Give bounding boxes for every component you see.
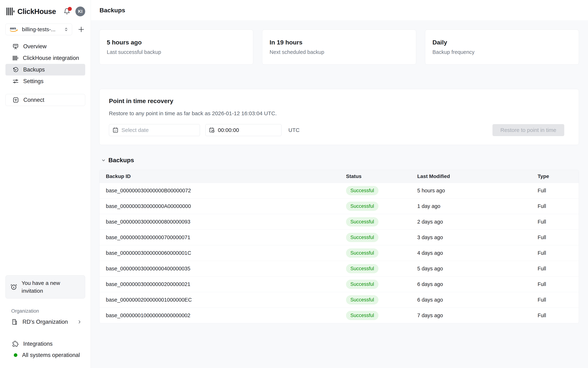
table-body: base_000000030000000B00000072 Successful… bbox=[99, 183, 579, 323]
puzzle-icon bbox=[12, 341, 18, 347]
last-modified-cell: 6 days ago bbox=[417, 297, 538, 303]
status-badge: Successful bbox=[346, 186, 378, 195]
sidebar-item-label: Settings bbox=[23, 78, 44, 84]
pitr-controls: Select date 00:00:00 bbox=[109, 124, 569, 136]
stat-value: In 19 hours bbox=[270, 39, 409, 46]
table-row[interactable]: base_000000030000000700000071 Successful… bbox=[99, 230, 579, 245]
backup-id-cell: base_000000030000000B00000072 bbox=[99, 188, 346, 194]
sidebar-item-label: ClickHouse integration bbox=[23, 55, 79, 61]
column-header-status: Status bbox=[346, 174, 417, 179]
backup-id-cell: base_0000000200000001000000EC bbox=[99, 297, 346, 303]
status-badge: Successful bbox=[346, 248, 378, 258]
stat-card-last-backup: 5 hours ago Last successful backup bbox=[99, 30, 253, 64]
topbar: Backups bbox=[91, 0, 588, 20]
chevron-up-down-icon bbox=[64, 27, 69, 32]
connect-icon bbox=[12, 97, 19, 103]
overview-icon bbox=[12, 43, 19, 50]
table-row[interactable]: base_00000003000000060000001C Successful… bbox=[99, 245, 579, 261]
stat-value: 5 hours ago bbox=[107, 39, 246, 46]
last-modified-cell: 2 days ago bbox=[417, 219, 538, 225]
date-input[interactable]: Select date bbox=[109, 124, 200, 136]
type-cell: Full bbox=[538, 219, 579, 225]
stat-label: Next scheduled backup bbox=[270, 49, 409, 55]
backup-id-cell: base_000000030000000800000093 bbox=[99, 219, 346, 225]
pitr-card: Point in time recovery Restore to any po… bbox=[99, 89, 579, 145]
status-dot-icon bbox=[14, 353, 18, 357]
aws-icon: aws bbox=[9, 26, 19, 33]
table-row[interactable]: base_000000030000000200000021 Successful… bbox=[99, 276, 579, 292]
invitation-line2: invitation bbox=[22, 288, 43, 294]
restore-button[interactable]: Restore to point in time bbox=[492, 124, 564, 136]
clickhouse-logo-icon bbox=[6, 7, 15, 16]
page-title: Backups bbox=[99, 7, 125, 14]
connect-button[interactable]: Connect bbox=[5, 94, 85, 106]
type-cell: Full bbox=[538, 297, 579, 303]
backup-id-cell: base_000000030000000200000021 bbox=[99, 281, 346, 287]
sidebar-nav: Overview ClickHouse integration bbox=[0, 41, 91, 87]
connect-label: Connect bbox=[23, 97, 44, 103]
last-modified-cell: 7 days ago bbox=[417, 313, 538, 318]
type-cell: Full bbox=[538, 266, 579, 272]
table-row[interactable]: base_000000030000000B00000072 Successful… bbox=[99, 183, 579, 198]
status-label: All systems operational bbox=[22, 352, 80, 358]
collapse-backups-button[interactable] bbox=[101, 158, 106, 163]
status-badge: Successful bbox=[346, 264, 378, 273]
svg-text:aws: aws bbox=[10, 27, 16, 30]
table-row[interactable]: base_000000030000000400000035 Successful… bbox=[99, 261, 579, 276]
add-service-button[interactable] bbox=[77, 25, 85, 33]
status-badge: Successful bbox=[346, 217, 378, 226]
table-row[interactable]: base_0000000200000001000000EC Successful… bbox=[99, 292, 579, 308]
brand-name: ClickHouse bbox=[18, 8, 56, 16]
timezone-label: UTC bbox=[288, 127, 300, 133]
calendar-icon bbox=[112, 127, 119, 133]
sidebar-bottom: Integrations All systems operational bbox=[0, 338, 91, 361]
invitation-card[interactable]: z You have a new invitation bbox=[5, 275, 85, 298]
sidebar-item-integrations[interactable]: Integrations bbox=[0, 338, 91, 350]
system-status[interactable]: All systems operational bbox=[0, 350, 91, 361]
pitr-description: Restore to any point in time as far back… bbox=[109, 110, 569, 117]
user-avatar[interactable]: KI bbox=[75, 7, 85, 16]
date-input-placeholder: Select date bbox=[122, 127, 149, 133]
last-modified-cell: 5 hours ago bbox=[417, 188, 538, 194]
service-row: aws billing-tests-... bbox=[5, 24, 85, 35]
sidebar-item-backups[interactable]: Backups bbox=[5, 64, 85, 75]
last-modified-cell: 6 days ago bbox=[417, 281, 538, 287]
type-cell: Full bbox=[538, 203, 579, 209]
backup-id-cell: base_000000010000000000000002 bbox=[99, 313, 346, 318]
last-modified-cell: 1 day ago bbox=[417, 203, 538, 209]
service-selector[interactable]: aws billing-tests-... bbox=[5, 24, 72, 35]
main-area: Backups 5 hours ago Last successful back… bbox=[91, 0, 588, 368]
time-input[interactable]: 00:00:00 bbox=[205, 124, 281, 136]
table-row[interactable]: base_000000030000000800000093 Successful… bbox=[99, 214, 579, 230]
sidebar-item-settings[interactable]: Settings bbox=[5, 75, 85, 87]
organization-selector[interactable]: RD's Organization bbox=[5, 316, 85, 328]
invitation-text: You have a new invitation bbox=[22, 279, 60, 295]
content: 5 hours ago Last successful backup In 19… bbox=[91, 20, 588, 368]
sidebar-item-overview[interactable]: Overview bbox=[5, 41, 85, 52]
backup-id-cell: base_000000030000000700000071 bbox=[99, 234, 346, 240]
table-row[interactable]: base_000000010000000000000002 Successful… bbox=[99, 308, 579, 323]
notification-badge-dot bbox=[68, 7, 72, 11]
pitr-title: Point in time recovery bbox=[109, 97, 569, 104]
backups-section-title: Backups bbox=[108, 156, 134, 164]
status-badge: Successful bbox=[346, 295, 378, 304]
notifications-button[interactable] bbox=[63, 7, 71, 16]
status-badge: Successful bbox=[346, 280, 378, 289]
calendar-clock-icon bbox=[209, 127, 215, 133]
clickhouse-bars-icon bbox=[12, 55, 18, 61]
last-modified-cell: 5 days ago bbox=[417, 266, 538, 272]
sidebar-item-clickhouse-integration[interactable]: ClickHouse integration bbox=[5, 52, 85, 64]
sidebar: ClickHouse KI aws bbox=[0, 0, 91, 368]
type-cell: Full bbox=[538, 188, 579, 194]
column-header-backup-id: Backup ID bbox=[99, 174, 346, 179]
chevron-right-icon bbox=[77, 319, 82, 324]
status-badge: Successful bbox=[346, 202, 378, 211]
table-row[interactable]: base_000000030000000A00000000 Successful… bbox=[99, 198, 579, 214]
last-modified-cell: 4 days ago bbox=[417, 250, 538, 256]
last-modified-cell: 3 days ago bbox=[417, 234, 538, 240]
service-selector-label: billing-tests-... bbox=[22, 26, 61, 32]
column-header-last-modified: Last Modified bbox=[417, 174, 538, 179]
settings-sliders-icon bbox=[12, 78, 19, 84]
status-badge: Successful bbox=[346, 311, 378, 320]
stat-card-next-backup: In 19 hours Next scheduled backup bbox=[262, 30, 416, 64]
